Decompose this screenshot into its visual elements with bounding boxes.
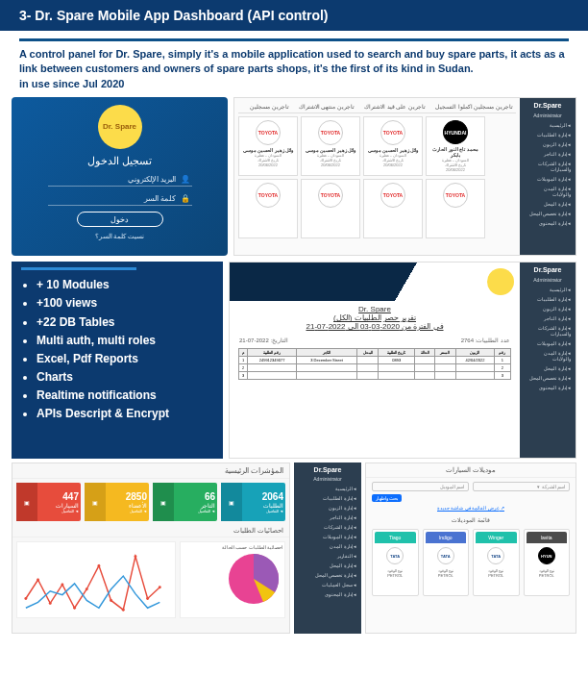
sidebar-item[interactable]: ◂ إدارة الزبون [296, 503, 359, 512]
model-search[interactable]: اسم الموديل [372, 482, 469, 491]
sidebar-item[interactable]: ◂ إدارة المدن والولايات [522, 348, 574, 363]
models-screenshot: موديلات السيارات اسم الشركة ▾ اسم المودي… [365, 462, 576, 634]
svg-point-3 [61, 584, 63, 587]
trader-card[interactable]: TOYOTAوائل زهير الحسين موسىالسودان - عطب… [301, 116, 360, 176]
trader-card[interactable]: TOYOTA [301, 179, 360, 238]
stat-icon: ▣ [153, 483, 174, 521]
sidebar-item[interactable]: ◂ إدارة المحل [522, 363, 574, 373]
trader-card[interactable]: TOYOTA [238, 179, 298, 238]
sidebar-item[interactable]: ◂ إدارة الشركات والسيارات [522, 159, 574, 174]
sidebar-item[interactable]: ◂ إدارة تخصص المحل [296, 570, 359, 580]
sidebar-item[interactable]: ◂ الرئيسية [296, 484, 359, 493]
svg-point-5 [86, 588, 88, 590]
svg-point-2 [49, 602, 52, 605]
svg-point-0 [24, 597, 27, 600]
tab-item[interactable]: تاجرين مسجلين [247, 102, 292, 111]
trader-card[interactable]: HYUNDAIمحمد تاج النور الحارث بابكرالسودا… [426, 116, 485, 176]
model-card[interactable]: lavitaHYUNنوع الوقودPETROL [524, 529, 571, 596]
feature-item: +100 views [37, 294, 213, 312]
stats-title: المؤشرات الرئيسية [12, 463, 289, 479]
email-field[interactable]: البريد الإلكتروني👤 [48, 173, 192, 187]
forgot-link[interactable]: نسيت كلمة السر؟ [95, 233, 145, 240]
report-header [230, 262, 520, 301]
admin-label: Administrator [522, 112, 574, 118]
sidebar-item[interactable]: ◂ إدارة التاجر [522, 313, 574, 323]
tab-item[interactable]: تاجرين مسجلين اكملوا التسجيل [432, 102, 516, 111]
lock-icon: 🔒 [181, 194, 190, 203]
page-title: 3- Dr. Spare Mobile App Dashboard (API c… [19, 8, 569, 23]
tab-item[interactable]: تاجرين منتهي الاشتراك [296, 102, 357, 111]
search-button[interactable]: بحث واظهار [372, 494, 402, 502]
model-card[interactable]: TiagoTATAنوع الوقودPETROL [372, 529, 419, 596]
stats-subtitle: احصائيات الطلبات [12, 525, 289, 538]
brand-select[interactable]: اسم الشركة ▾ [473, 482, 570, 491]
tab-item[interactable]: تاجرين على قيد الاشتراك [361, 102, 429, 111]
feature-item: Realtime notifications [37, 387, 213, 405]
feature-item: Charts [37, 368, 213, 387]
sidebar-item[interactable]: ◂ إدارة الزبون [522, 304, 574, 313]
sidebar-item[interactable]: ◂ إدارة الطلبيات [522, 130, 574, 139]
table-row: 22 [239, 364, 511, 372]
sidebar-item[interactable]: ◂ إدارة الموديلات [522, 174, 574, 184]
stat-card[interactable]: ▣66التاجرالتفاصيل ◄ [153, 483, 217, 521]
sidebar-item[interactable]: ◂ إدارة تخصص المحل [522, 209, 574, 218]
report-table: مرقم الطلبيةالتاجرالمحلتاريخ الطلبيةالحا… [238, 348, 511, 380]
svg-point-10 [146, 597, 149, 600]
sidebar-item[interactable]: ◂ إدارة المدن [296, 541, 359, 551]
sidebar-item[interactable]: ◂ سجل العمليات [296, 580, 359, 589]
sidebar-item[interactable]: ◂ إدارة المحتوى [296, 589, 359, 599]
sidebar-item[interactable]: ◂ إدارة الشركات والسيارات [522, 323, 574, 338]
features-panel: + 10 Modules+100 views+22 DB TablesMulti… [12, 262, 223, 459]
sidebar-item[interactable]: ◂ الرئيسية [522, 120, 574, 130]
sidebar-item[interactable]: ◂ إدارة التاجر [296, 512, 359, 522]
trader-card[interactable]: TOYOTAوائل زهير الحسين موسىالسودان - عطب… [238, 116, 298, 176]
stat-card[interactable]: ▣2850الأعضاءالتفاصيل ◄ [85, 483, 149, 521]
sidebar-item[interactable]: ◂ إدارة المحتوى [522, 218, 574, 228]
sidebar-item[interactable]: ◂ إدارة المدن والولايات [522, 184, 574, 199]
sidebar-item[interactable]: ◂ التقارير [296, 551, 359, 561]
login-screenshot: Dr. Spare تسجيل الدخول البريد الإلكتروني… [12, 97, 228, 256]
sidebar-item[interactable]: ◂ إدارة الموديلات [522, 338, 574, 348]
admin-sidebar: Dr.Spare Administrator ◂ الرئيسية◂ إدارة… [294, 462, 361, 634]
stat-icon: ▣ [221, 483, 242, 521]
report-count: عدد الطلبيات: 2764 [461, 337, 510, 343]
login-button[interactable]: دخول [77, 212, 163, 227]
stats-screenshot: المؤشرات الرئيسية ▣447السياراتالتفاصيل ◄… [12, 462, 290, 634]
tata-icon: TATA [386, 547, 404, 564]
stat-card[interactable]: ▣2064الطلباتالتفاصيل ◄ [221, 483, 285, 521]
toyota-icon: TOYOTA [318, 183, 343, 208]
sidebar-item[interactable]: ◂ إدارة المحل [522, 199, 574, 209]
report-logo [487, 268, 514, 295]
trader-card[interactable]: TOYOTA [363, 179, 423, 238]
sidebar-item[interactable]: ◂ إدارة الزبون [522, 139, 574, 149]
sidebar: Dr.Spare Administrator ◂ الرئيسية◂ إدارة… [520, 98, 576, 255]
line-chart [16, 541, 176, 618]
sidebar-item[interactable]: ◂ إدارة الطلبيات [296, 493, 359, 503]
sidebar-item[interactable]: ◂ إدارة المحل [296, 561, 359, 570]
sidebar-item[interactable]: ◂ إدارة الموديلات [296, 532, 359, 541]
pie-chart: احصائية الطلبات حسب الحالة [180, 541, 285, 618]
report-title1: Dr. Spare [233, 305, 516, 313]
toyota-icon: TOYOTA [443, 183, 468, 208]
sidebar-item[interactable]: ◂ إدارة تخصص المحل [522, 373, 574, 383]
sidebar-item[interactable]: ◂ الرئيسية [522, 285, 574, 294]
list-title: قائمة الموديلات [366, 514, 576, 525]
sidebar-item[interactable]: ◂ إدارة المحتوى [522, 383, 574, 392]
sidebar-item[interactable]: ◂ إدارة التاجر [522, 149, 574, 159]
sidebar-item[interactable]: ◂ إدارة الطلبيات [522, 294, 574, 304]
toyota-icon: TOYOTA [380, 183, 405, 208]
brand-label: Dr.Spare [522, 102, 574, 109]
svg-point-1 [37, 579, 39, 582]
sidebar-item[interactable]: ◂ إدارة الشركات [296, 522, 359, 532]
trader-card[interactable]: TOYOTAوائل زهير الحسين موسىالسودان - عطب… [363, 116, 423, 176]
password-field[interactable]: كلمة السر🔒 [48, 192, 192, 206]
model-card[interactable]: IndigoTATAنوع الوقودPETROL [423, 529, 470, 596]
feature-item: Multi auth, multi roles [37, 332, 213, 350]
model-card[interactable]: WingerTATAنوع الوقودPETROL [473, 529, 520, 596]
trader-card[interactable]: TOYOTA [426, 179, 485, 238]
svg-point-4 [73, 607, 76, 610]
stat-card[interactable]: ▣447السياراتالتفاصيل ◄ [16, 483, 81, 521]
svg-point-6 [97, 564, 100, 567]
svg-point-8 [122, 609, 125, 612]
open-new-link[interactable]: عرض القائمة في شاشة جديدة ↗ [366, 503, 576, 514]
